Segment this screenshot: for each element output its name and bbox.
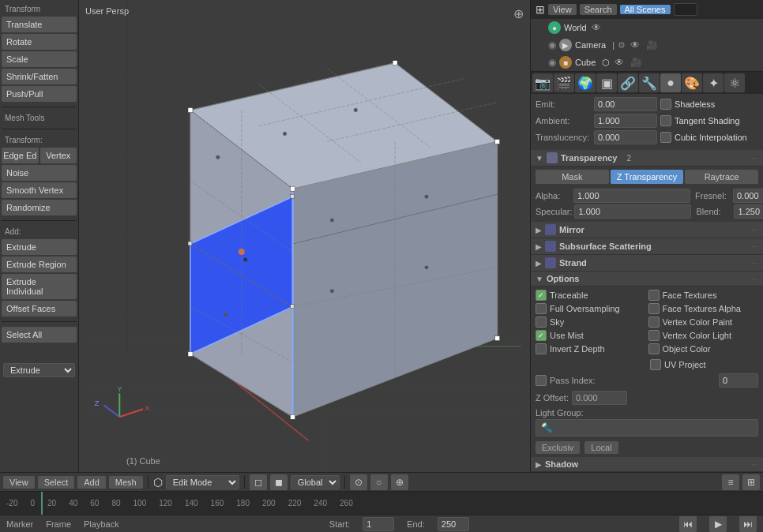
prop-tab-object[interactable]: ▣ (596, 73, 617, 92)
scene-filter[interactable]: All Scenes (620, 5, 671, 14)
strand-section-header[interactable]: ▶ Strand ··· (531, 255, 763, 272)
prop-tab-render[interactable]: 📷 (532, 73, 553, 92)
face-textures-alpha-checkbox[interactable] (648, 303, 660, 314)
outliner-item-world[interactable]: ● World 👁 (531, 19, 763, 36)
view-button[interactable]: View (548, 4, 577, 15)
noise-button[interactable]: Noise (2, 165, 77, 181)
mode-dropdown[interactable]: Edit Mode Object Mode (166, 475, 239, 489)
prop-tab-particles[interactable]: ✦ (703, 73, 724, 92)
add-toolbar-button[interactable]: Add (77, 476, 106, 489)
sky-checkbox[interactable] (536, 317, 547, 328)
emit-input[interactable] (594, 97, 657, 111)
outliner-item-camera[interactable]: ◉ ▶ Camera | ⚙ 👁 🎥 (531, 36, 763, 54)
traceable-checkbox[interactable] (536, 290, 547, 301)
viewport-shade-2[interactable]: ◼ (270, 474, 288, 490)
translucency-input[interactable] (594, 130, 657, 144)
playback-prev-button[interactable]: ⏮ (679, 516, 697, 532)
shadeless-checkbox[interactable] (660, 99, 671, 110)
extrude-individual-button[interactable]: Extrude Individual (2, 274, 77, 299)
exclusiv-button[interactable]: Exclusiv (536, 441, 580, 454)
vertex-color-light-checkbox[interactable] (648, 330, 660, 341)
edge-ed-button[interactable]: Edge Ed (2, 148, 39, 163)
prop-tab-physics[interactable]: ⚛ (724, 73, 745, 92)
prop-tab-constraints[interactable]: 🔗 (618, 73, 638, 92)
transparency-section-header[interactable]: ▼ Transparency 2 ··· (531, 150, 763, 167)
search-button[interactable]: Search (580, 4, 617, 15)
snap-button[interactable]: ⊙ (350, 474, 367, 490)
select-toolbar-button[interactable]: Select (38, 476, 75, 489)
proportional-button[interactable]: ○ (370, 474, 388, 490)
view-toolbar-button[interactable]: View (3, 476, 35, 489)
vertex-color-paint-checkbox[interactable] (648, 317, 660, 328)
face-textures-checkbox[interactable] (648, 290, 660, 301)
z-offset-input[interactable] (572, 391, 627, 405)
pass-index-input[interactable] (719, 373, 758, 388)
specular-input[interactable] (574, 204, 691, 219)
tangent-checkbox[interactable] (660, 115, 671, 126)
vertex-button[interactable]: Vertex (40, 148, 77, 163)
mirror-section-header[interactable]: ▶ Mirror ··· (531, 222, 763, 238)
face-textures-option[interactable]: Face Textures (648, 290, 759, 301)
render-button[interactable]: ⊞ (742, 474, 760, 490)
select-all-button[interactable]: Select All (2, 327, 77, 343)
cube-eye-button[interactable]: 👁 (613, 57, 626, 68)
prop-tab-modifiers[interactable]: 🔧 (639, 73, 660, 92)
pass-index-checkbox[interactable] (536, 375, 547, 386)
sss-section-header[interactable]: ▶ Subsurface Scattering ··· (531, 238, 763, 255)
scale-button[interactable]: Scale (2, 51, 77, 67)
shrink-button[interactable]: Shrink/Fatten (2, 69, 77, 84)
playback-play-button[interactable]: ▶ (709, 516, 727, 532)
mesh-toolbar-button[interactable]: Mesh (109, 476, 143, 489)
world-eye-button[interactable]: 👁 (590, 22, 603, 33)
shadow-section-header[interactable]: ▶ Shadow ··· (531, 457, 763, 472)
scene-search-input[interactable] (674, 3, 697, 16)
smooth-vertex-button[interactable]: Smooth Vertex (2, 182, 77, 198)
full-oversampling-option[interactable]: Full Oversampling (536, 303, 646, 314)
vertex-color-light-option[interactable]: Vertex Color Light (648, 330, 759, 341)
viewport-corner-icon[interactable]: ⊕ (513, 6, 524, 21)
traceable-option[interactable]: Traceable (536, 290, 646, 301)
prop-tab-scene[interactable]: 🎬 (554, 73, 574, 92)
start-frame-input[interactable] (363, 517, 394, 531)
randomize-button[interactable]: Randomize (2, 200, 77, 215)
playback-next-button[interactable]: ⏭ (739, 516, 757, 532)
offset-faces-button[interactable]: Offset Faces (2, 301, 77, 317)
cubic-checkbox[interactable] (660, 132, 671, 143)
prop-tab-texture[interactable]: 🎨 (682, 73, 702, 92)
rotate-button[interactable]: Rotate (2, 34, 77, 50)
translate-button[interactable]: Translate (2, 17, 77, 32)
full-oversampling-checkbox[interactable] (536, 303, 547, 314)
cube-render-button[interactable]: 🎥 (629, 57, 644, 68)
object-color-checkbox[interactable] (648, 343, 660, 354)
alpha-input[interactable] (573, 189, 690, 203)
z-transparency-button[interactable]: Z Transparency (611, 170, 684, 184)
vertex-color-paint-option[interactable]: Vertex Color Paint (648, 317, 759, 328)
light-group-input[interactable]: 🔦 (536, 419, 758, 436)
left-dropdown[interactable]: Extrude (3, 363, 75, 377)
playhead[interactable] (41, 492, 43, 515)
options-section-header[interactable]: ▼ Options ··· (531, 272, 763, 287)
uv-project-option[interactable]: UV Project (650, 359, 706, 370)
end-frame-input[interactable] (438, 517, 469, 531)
local-button[interactable]: Local (584, 441, 618, 454)
raytrace-button[interactable]: Raytrace (685, 170, 758, 184)
ambient-input[interactable] (594, 114, 657, 128)
prop-tab-material[interactable]: ● (660, 73, 681, 92)
camera-eye-button[interactable]: 👁 (629, 39, 641, 51)
pivot-dropdown[interactable]: Global Local (291, 475, 340, 489)
invert-z-option[interactable]: Invert Z Depth (536, 343, 646, 354)
mask-button[interactable]: Mask (536, 170, 609, 184)
viewport-shade-1[interactable]: ◻ (250, 474, 267, 490)
prop-tab-world[interactable]: 🌍 (575, 73, 596, 92)
outliner-item-cube[interactable]: ◉ ■ Cube ⬡ 👁 🎥 (531, 54, 763, 71)
object-color-option[interactable]: Object Color (648, 343, 759, 354)
sky-option[interactable]: Sky (536, 317, 646, 328)
blend-input[interactable] (734, 204, 763, 219)
invert-z-checkbox[interactable] (536, 343, 547, 354)
push-button[interactable]: Push/Pull (2, 86, 77, 102)
use-mist-option[interactable]: Use Mist (536, 330, 646, 341)
face-textures-alpha-option[interactable]: Face Textures Alpha (648, 303, 759, 314)
camera-render-button[interactable]: 🎥 (645, 39, 660, 51)
use-mist-checkbox[interactable] (536, 330, 547, 341)
fresnel-input[interactable] (733, 189, 763, 203)
